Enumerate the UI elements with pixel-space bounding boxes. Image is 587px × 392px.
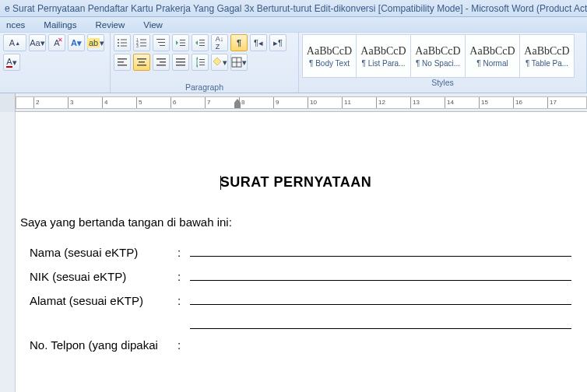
field-row-alamat: Alamat (sesuai eKTP) :	[20, 292, 571, 307]
decrease-indent-button[interactable]	[172, 34, 189, 51]
rtl-button[interactable]: ▸¶	[269, 34, 286, 51]
field-line-continuation	[190, 317, 571, 329]
field-line	[190, 244, 571, 257]
field-label-nik: NIK (sesuai eKTP)	[30, 270, 178, 283]
svg-point-4	[118, 45, 119, 47]
tab-view[interactable]: View	[143, 20, 163, 30]
svg-rect-24	[137, 58, 146, 60]
ltr-button[interactable]: ¶◂	[250, 34, 267, 51]
svg-point-2	[118, 42, 119, 44]
sort-button[interactable]: A↓Z	[211, 34, 228, 51]
svg-rect-7	[140, 40, 146, 40]
change-case-button[interactable]: Aa▾	[29, 34, 46, 51]
svg-rect-36	[199, 65, 205, 65]
tab-mailings[interactable]: Mailings	[44, 20, 76, 30]
field-label-alamat: Alamat (sesuai eKTP)	[30, 294, 178, 307]
shading-button[interactable]: ▾	[211, 54, 228, 71]
grow-font-button[interactable]: A▲	[3, 34, 26, 51]
justify-button[interactable]	[172, 54, 189, 71]
field-line	[190, 268, 571, 281]
svg-rect-18	[199, 40, 205, 40]
field-colon: :	[178, 270, 190, 283]
svg-rect-13	[158, 42, 165, 43]
style-no-spacing[interactable]: AaBbCcD¶ No Spaci...	[411, 34, 466, 78]
field-colon: :	[178, 246, 190, 259]
vertical-ruler-corner	[0, 93, 16, 112]
ruler-tick: 17	[547, 97, 548, 108]
svg-rect-21	[118, 58, 127, 60]
increase-indent-button[interactable]	[192, 34, 209, 51]
horizontal-ruler[interactable]: 234567891011121314151617	[16, 96, 587, 109]
document-page[interactable]: SURAT PERNYATAAN Saya yang bertanda tang…	[16, 112, 587, 392]
svg-rect-9	[140, 43, 146, 44]
svg-rect-39	[237, 58, 237, 67]
highlight-button[interactable]: ab▾	[87, 34, 104, 51]
font-color-button[interactable]: A▾	[3, 54, 20, 71]
tab-references[interactable]: nces	[6, 20, 25, 30]
field-line	[190, 292, 571, 305]
ruler-tick: 7	[205, 97, 206, 108]
ruler-tick: 9	[273, 97, 274, 108]
svg-rect-31	[176, 61, 185, 63]
svg-rect-23	[118, 65, 127, 66]
document-viewport: SURAT PERNYATAAN Saya yang bertanda tang…	[0, 112, 587, 392]
window-title: e Surat Pernyataan Pendaftar Kartu Prake…	[5, 3, 587, 14]
line-spacing-button[interactable]	[192, 54, 209, 71]
svg-rect-14	[160, 45, 165, 46]
field-label-nama: Nama (sesuai eKTP)	[30, 246, 178, 259]
svg-rect-28	[160, 61, 166, 63]
multilevel-list-button[interactable]	[153, 34, 170, 51]
svg-rect-26	[137, 65, 146, 66]
styles-gallery: AaBbCcD¶ Body Text AaBbCcD¶ List Para...…	[302, 34, 583, 78]
svg-rect-29	[156, 65, 166, 66]
svg-rect-3	[121, 43, 127, 44]
svg-rect-19	[199, 43, 205, 44]
svg-rect-30	[176, 58, 185, 60]
style-list-paragraph[interactable]: AaBbCcD¶ List Para...	[357, 34, 411, 78]
ruler-tick: 4	[102, 97, 103, 108]
bullets-button[interactable]	[114, 34, 131, 51]
svg-rect-11	[140, 46, 146, 47]
ruler-tick: 13	[410, 97, 411, 108]
text-effects-button[interactable]: A▾	[68, 34, 85, 51]
styles-group-label: Styles	[302, 78, 583, 88]
align-center-button[interactable]	[133, 54, 150, 71]
numbering-button[interactable]: 123	[133, 34, 150, 51]
svg-rect-1	[121, 40, 127, 40]
font-group: A▲ Aa▾ A✕ A▾ ab▾ A▾	[0, 33, 111, 93]
paragraph-group: 123 A↓Z ¶ ¶◂ ▸¶ ▾ ▾ Paragraph	[111, 33, 299, 93]
style-body-text[interactable]: AaBbCcD¶ Body Text	[302, 34, 357, 78]
clear-formatting-button[interactable]: A✕	[48, 34, 65, 51]
window-titlebar: e Surat Pernyataan Pendaftar Kartu Prake…	[0, 0, 587, 17]
svg-rect-35	[199, 62, 205, 63]
borders-button[interactable]: ▾	[230, 54, 248, 71]
style-normal[interactable]: AaBbCcD¶ Normal	[466, 34, 520, 78]
ruler-tick: 11	[342, 97, 343, 108]
svg-rect-17	[180, 45, 185, 46]
paragraph-group-label: Paragraph	[114, 82, 295, 93]
align-left-button[interactable]	[114, 54, 131, 71]
svg-rect-16	[180, 43, 185, 44]
intro-paragraph: Saya yang bertanda tangan di bawah ini:	[20, 215, 571, 229]
align-right-button[interactable]	[153, 54, 170, 71]
svg-rect-33	[197, 58, 198, 66]
styles-group: AaBbCcD¶ Body Text AaBbCcD¶ List Para...…	[299, 33, 587, 93]
svg-rect-32	[176, 65, 185, 66]
field-row-nik: NIK (sesuai eKTP) :	[20, 268, 571, 283]
document-heading: SURAT PERNYATAAN	[20, 174, 571, 191]
svg-point-0	[118, 39, 119, 40]
show-hide-button[interactable]: ¶	[230, 34, 248, 51]
font-group-label	[3, 92, 107, 93]
field-colon: :	[178, 294, 190, 307]
ruler-tick: 10	[308, 97, 308, 108]
ruler-tick: 16	[513, 97, 514, 108]
field-label-telpon: No. Telpon (yang dipakai	[30, 338, 178, 352]
field-row-alamat-cont	[20, 317, 571, 329]
svg-rect-34	[199, 59, 205, 60]
svg-rect-15	[180, 40, 185, 40]
left-gutter	[0, 112, 16, 392]
ribbon-tab-strip: nces Mailings Review View	[0, 17, 587, 33]
style-table-paragraph[interactable]: AaBbCcD¶ Table Pa...	[520, 34, 575, 78]
field-row-nama: Nama (sesuai eKTP) :	[20, 244, 571, 259]
tab-review[interactable]: Review	[95, 20, 125, 30]
